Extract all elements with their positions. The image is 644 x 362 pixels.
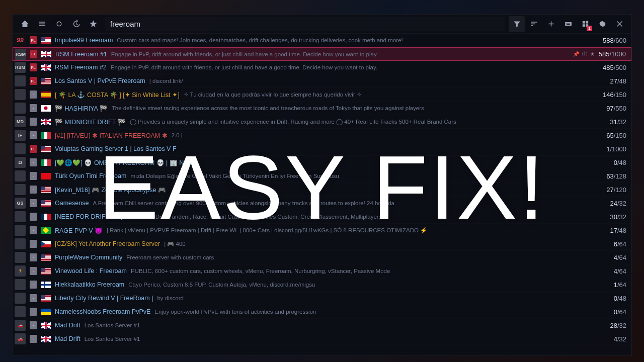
server-row[interactable]: GS·GamesenseA Freeroam Chill server cont… xyxy=(13,197,631,210)
flag-icon xyxy=(41,119,51,125)
player-count: 31/32 xyxy=(610,118,626,126)
server-tag: · xyxy=(30,240,37,248)
notification-badge: 1 xyxy=(587,26,592,31)
row-actions: 📌ⓘ★ xyxy=(573,51,595,58)
server-icon xyxy=(15,279,26,290)
menu-icon[interactable] xyxy=(34,16,50,32)
server-tag: FL xyxy=(30,63,37,71)
star-icon[interactable] xyxy=(85,16,101,32)
server-row[interactable]: MD·🏁 MIDNIGHT DRIFT 🏁◯ Provides a unique… xyxy=(13,115,631,129)
server-row[interactable]: FLVoluptas Gaming Server 1 | Los Santos … xyxy=(13,142,631,156)
server-row[interactable]: ·RAGE PVP V 😈| Rank | vMenu | PVPVE Free… xyxy=(13,224,631,237)
server-tag: · xyxy=(30,213,37,221)
flag-icon xyxy=(41,92,51,98)
server-description: mızla Dolaşın Eğlen Ve Güzel Vakit Geçir… xyxy=(130,173,602,179)
server-row[interactable]: 🏃·Vinewood Life : FreeroamPUBLIC, 600+ c… xyxy=(13,264,631,278)
server-row[interactable]: ·PurpleWave CommunityFreeroam server wit… xyxy=(13,251,631,264)
fav-icon[interactable]: ★ xyxy=(590,51,595,57)
server-icon xyxy=(15,103,26,114)
server-name: [#1] [ITA/EU] ✱ ITALIAN FREEROAM ✱ xyxy=(55,132,168,139)
server-icon: MD xyxy=(15,116,26,127)
server-tag: · xyxy=(30,226,37,234)
gear-icon[interactable] xyxy=(594,16,610,32)
player-count: 485/500 xyxy=(603,64,626,71)
player-count: 1/64 xyxy=(614,281,626,289)
server-icon: 🏃 xyxy=(15,265,26,277)
server-description: | discord.link/ xyxy=(149,78,606,84)
flag-icon xyxy=(41,146,51,152)
search-field[interactable] xyxy=(105,17,505,31)
history-icon[interactable] xyxy=(68,16,84,32)
server-row[interactable]: RSMFLRSM Freeroam #1Engage in PvP, drift… xyxy=(13,47,631,61)
server-description: Engage in PvP, drift around with friends… xyxy=(111,51,569,57)
server-description: PUBLIC, 600+ custom cars, custom wheels,… xyxy=(131,268,610,274)
flag-icon xyxy=(41,37,51,44)
pin-icon[interactable]: 📌 xyxy=(573,51,579,57)
player-count: 146/150 xyxy=(603,91,626,99)
close-icon[interactable] xyxy=(611,16,627,32)
flag-icon xyxy=(41,78,51,84)
player-count: 0/48 xyxy=(614,295,626,302)
server-row[interactable]: 🚗·Mad DriftLos Santos Server #128/32 xyxy=(13,319,631,332)
player-count: 27/48 xyxy=(610,77,626,85)
resource-icon[interactable]: 1 xyxy=(577,16,593,32)
server-row[interactable]: ·NamelessNoobs Freeroam PvPvEEnjoy open-… xyxy=(13,305,631,319)
flag-icon xyxy=(41,254,51,261)
server-row[interactable]: ·🏁 HASHIRIYA 🏁The definitive street raci… xyxy=(13,102,631,115)
server-tag: · xyxy=(30,172,37,180)
server-row[interactable]: ·[ 🌴 LA ⚓ COSTA 🌴 ] [✦ Sin White List ✦]… xyxy=(13,88,631,102)
server-icon xyxy=(15,170,26,182)
server-description: | 🎮 400 xyxy=(164,240,610,247)
add-icon[interactable] xyxy=(543,16,559,32)
player-count: 4/64 xyxy=(614,254,626,261)
server-row[interactable]: RSMFLRSM Freeroam #2Engage in PvP, drift… xyxy=(13,61,631,74)
server-icon: Ω xyxy=(15,157,26,168)
server-name: 🏁 MIDNIGHT DRIFT 🏁 xyxy=(55,118,126,126)
server-row[interactable]: ·Hiekkalaatikko FreeroamCayo Perico, Cus… xyxy=(13,278,631,292)
server-row[interactable]: ·Türk Oyun Timi Freeroammızla Dolaşın Eğ… xyxy=(13,169,631,183)
home-icon[interactable] xyxy=(17,16,33,32)
player-count: 24/32 xyxy=(610,200,626,207)
server-row[interactable]: 🚗·Mad DriftLos Santos Server #14/32 xyxy=(13,332,631,346)
server-name: [ 🌴 LA ⚓ COSTA 🌴 ] [✦ Sin White List ✦] xyxy=(55,91,180,99)
player-count: 1/1000 xyxy=(606,145,626,153)
server-tag: · xyxy=(30,321,37,329)
flag-icon xyxy=(41,214,51,220)
server-row[interactable]: ·[CZ/SK] Yet Another Freeroam Server| 🎮 … xyxy=(13,237,631,251)
flag-icon xyxy=(41,105,51,112)
server-name: Impulse99 Freeroam xyxy=(55,37,113,44)
server-row[interactable]: 99FLImpulse99 FreeroamCustom cars and ma… xyxy=(13,34,631,47)
server-row[interactable]: ·[Kevin_M16] 🎮 Zombie Apocalypse 🎮27/120 xyxy=(13,183,631,197)
server-icon: 🚗 xyxy=(15,320,26,331)
player-count: 0/64 xyxy=(614,308,626,316)
server-name: [NEED FOR DRIFTING] Freeroam xyxy=(55,213,151,220)
player-count: 585/1000 xyxy=(599,50,626,58)
server-icon xyxy=(15,225,26,236)
crown-icon[interactable] xyxy=(51,16,67,32)
server-description: Cayo Perico, Custom 8.5 FUP, Custom Auto… xyxy=(128,282,609,288)
filter-icon[interactable] xyxy=(509,16,525,32)
server-row[interactable]: FLLos Santos V | PvPvE Freeroam| discord… xyxy=(13,74,631,88)
server-icon xyxy=(15,143,26,154)
server-tag: · xyxy=(30,158,37,166)
toolbar: 1 xyxy=(13,15,631,34)
server-name: PurpleWave Community xyxy=(55,254,122,261)
server-tag: FL xyxy=(30,145,37,153)
server-description: Los Santos Server #1 xyxy=(85,336,610,342)
search-input[interactable] xyxy=(105,17,505,31)
server-tag: · xyxy=(30,253,37,261)
sort-icon[interactable] xyxy=(526,16,542,32)
server-row[interactable]: ·Liberty City Rewind V | FreeRoam |by di… xyxy=(13,292,631,305)
server-tag: · xyxy=(30,199,37,207)
player-count: 17/48 xyxy=(610,227,626,234)
server-tag: · xyxy=(30,308,37,316)
server-row[interactable]: Ω·[💚🌐💚] 💀 OMEGA FREEROAM 💀 | 🏢 NOT A0/48 xyxy=(13,156,631,169)
server-name: Hiekkalaatikko Freeroam xyxy=(55,281,124,288)
server-name: Türk Oyun Timi Freeroam xyxy=(55,172,126,179)
server-row[interactable]: ·[NEED FOR DRIFTING] FreeroamDrift, Tand… xyxy=(13,210,631,224)
flag-icon xyxy=(41,64,51,71)
server-name: [💚🌐💚] 💀 OMEGA FREEROAM 💀 | 🏢 NOT A xyxy=(55,159,198,166)
keyboard-icon[interactable] xyxy=(560,16,576,32)
server-row[interactable]: IF·[#1] [ITA/EU] ✱ ITALIAN FREEROAM ✱2.0… xyxy=(13,129,631,142)
info-icon[interactable]: ⓘ xyxy=(582,51,587,58)
